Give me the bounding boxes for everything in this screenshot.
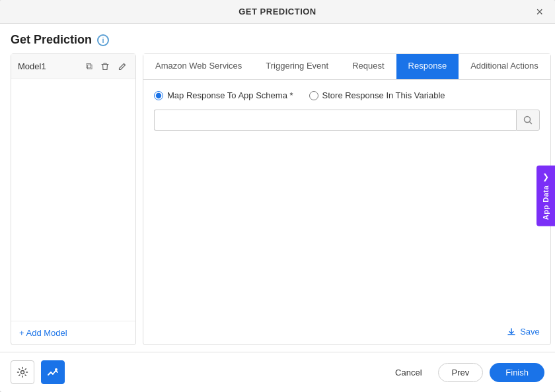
left-panel-spacer xyxy=(11,79,135,321)
tab-content-response: Map Response To App Schema * Store Respo… xyxy=(143,80,550,321)
tabs-bar: Amazon Web Services Triggering Event Req… xyxy=(143,54,550,80)
modal-header: GET PREDICTION × xyxy=(0,0,555,24)
search-icon xyxy=(523,115,533,125)
radio-map-response-input[interactable] xyxy=(154,91,163,100)
tab-request[interactable]: Request xyxy=(340,54,396,79)
save-area: Save xyxy=(143,321,550,344)
radio-store-response-input[interactable] xyxy=(309,91,318,100)
left-panel: Model1 ⧉ + Add Model xyxy=(11,53,136,345)
svg-point-2 xyxy=(55,368,57,371)
modal-body: Get Prediction i Model1 ⧉ xyxy=(0,24,555,352)
edit-model-button[interactable] xyxy=(116,61,129,73)
modal: GET PREDICTION × Get Prediction i Model1… xyxy=(0,0,555,392)
page-header: Get Prediction i xyxy=(0,24,555,53)
right-panel: Amazon Web Services Triggering Event Req… xyxy=(143,53,551,345)
modal-footer: Cancel Prev Finish xyxy=(0,352,555,392)
chart-button[interactable] xyxy=(41,360,65,384)
close-button[interactable]: × xyxy=(532,5,547,19)
save-icon xyxy=(507,327,516,337)
radio-group: Map Response To App Schema * Store Respo… xyxy=(154,90,540,100)
add-model-button[interactable]: + Add Model xyxy=(11,321,135,344)
delete-model-button[interactable] xyxy=(98,61,112,73)
tab-response[interactable]: Response xyxy=(396,54,459,79)
app-data-label: App Data xyxy=(542,185,550,220)
page-title: Get Prediction xyxy=(11,33,92,47)
svg-point-1 xyxy=(21,371,24,374)
model-name: Model1 xyxy=(18,61,80,71)
modal-title: GET PREDICTION xyxy=(239,7,316,16)
gear-icon xyxy=(17,366,28,378)
radio-store-response-label: Store Response In This Variable xyxy=(322,90,445,100)
chart-icon xyxy=(47,366,59,378)
info-icon[interactable]: i xyxy=(97,34,109,46)
model-item: Model1 ⧉ xyxy=(11,54,135,79)
gear-button[interactable] xyxy=(11,360,34,384)
prev-button[interactable]: Prev xyxy=(438,363,484,382)
edit-icon xyxy=(118,62,127,71)
app-data-panel[interactable]: ❯ App Data xyxy=(536,166,555,226)
cancel-button[interactable]: Cancel xyxy=(386,364,431,381)
copy-model-button[interactable]: ⧉ xyxy=(84,59,94,73)
finish-button[interactable]: Finish xyxy=(490,363,544,382)
radio-store-response[interactable]: Store Response In This Variable xyxy=(309,90,445,100)
radio-map-response[interactable]: Map Response To App Schema * xyxy=(154,90,293,100)
delete-icon xyxy=(100,62,110,71)
tab-amazon-web-services[interactable]: Amazon Web Services xyxy=(143,54,254,79)
search-input[interactable] xyxy=(154,110,516,131)
app-data-chevron-icon: ❯ xyxy=(542,172,549,181)
tab-additional-actions[interactable]: Additional Actions xyxy=(459,54,550,79)
save-label: Save xyxy=(520,327,540,337)
radio-map-response-label: Map Response To App Schema * xyxy=(167,90,293,100)
footer-icons xyxy=(11,360,379,384)
content-area: Model1 ⧉ + Add Model xyxy=(0,53,555,352)
tab-triggering-event[interactable]: Triggering Event xyxy=(254,54,340,79)
search-row xyxy=(154,110,540,131)
search-button[interactable] xyxy=(516,110,540,131)
save-button[interactable]: Save xyxy=(507,327,540,337)
